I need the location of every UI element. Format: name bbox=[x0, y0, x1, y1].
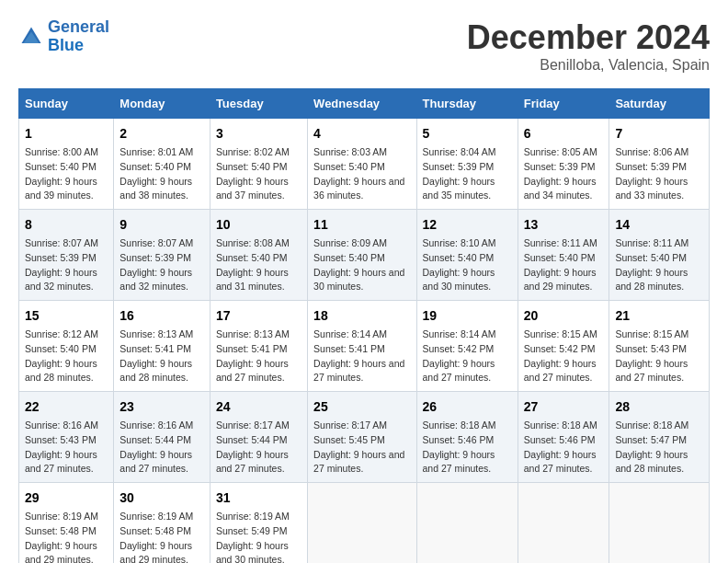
day-number: 8 bbox=[25, 215, 108, 235]
daylight-text: Daylight: 9 hours and 27 minutes. bbox=[313, 448, 410, 477]
calendar-title: December 2024 bbox=[467, 18, 710, 57]
calendar-cell: 11 Sunrise: 8:09 AM Sunset: 5:40 PM Dayl… bbox=[308, 210, 416, 301]
daylight-text: Daylight: 9 hours and 38 minutes. bbox=[119, 175, 204, 204]
sunset-text: Sunset: 5:41 PM bbox=[119, 342, 204, 357]
calendar-cell bbox=[416, 483, 518, 564]
daylight-text: Daylight: 9 hours and 27 minutes. bbox=[423, 357, 512, 386]
calendar-cell: 8 Sunrise: 8:07 AM Sunset: 5:39 PM Dayli… bbox=[19, 210, 114, 301]
day-number: 10 bbox=[216, 215, 301, 235]
daylight-text: Daylight: 9 hours and 29 minutes. bbox=[524, 266, 604, 295]
sunset-text: Sunset: 5:43 PM bbox=[25, 433, 108, 448]
sunrise-text: Sunrise: 8:18 AM bbox=[615, 419, 703, 433]
daylight-text: Daylight: 9 hours and 28 minutes. bbox=[25, 357, 108, 386]
daylight-text: Daylight: 9 hours and 32 minutes. bbox=[25, 266, 108, 295]
day-number: 22 bbox=[25, 397, 108, 417]
daylight-text: Daylight: 9 hours and 31 minutes. bbox=[216, 266, 301, 295]
daylight-text: Daylight: 9 hours and 27 minutes. bbox=[313, 357, 410, 386]
day-number: 15 bbox=[25, 306, 108, 326]
logo-text: General Blue bbox=[48, 18, 109, 55]
daylight-text: Daylight: 9 hours and 28 minutes. bbox=[615, 266, 703, 295]
sunset-text: Sunset: 5:40 PM bbox=[119, 160, 204, 175]
sunset-text: Sunset: 5:46 PM bbox=[423, 433, 512, 448]
daylight-text: Daylight: 9 hours and 27 minutes. bbox=[524, 357, 604, 386]
calendar-cell: 17 Sunrise: 8:13 AM Sunset: 5:41 PM Dayl… bbox=[210, 301, 307, 392]
calendar-body: 1 Sunrise: 8:00 AM Sunset: 5:40 PM Dayli… bbox=[19, 119, 710, 564]
day-number: 14 bbox=[615, 215, 703, 235]
sunset-text: Sunset: 5:39 PM bbox=[25, 251, 108, 266]
daylight-text: Daylight: 9 hours and 27 minutes. bbox=[119, 448, 204, 477]
daylight-text: Daylight: 9 hours and 27 minutes. bbox=[25, 448, 108, 477]
sunset-text: Sunset: 5:39 PM bbox=[615, 160, 703, 175]
sunrise-text: Sunrise: 8:13 AM bbox=[119, 327, 204, 342]
calendar-cell: 26 Sunrise: 8:18 AM Sunset: 5:46 PM Dayl… bbox=[416, 392, 518, 483]
daylight-text: Daylight: 9 hours and 30 minutes. bbox=[313, 266, 410, 295]
day-number: 23 bbox=[119, 397, 204, 417]
day-number: 9 bbox=[119, 215, 204, 235]
sunrise-text: Sunrise: 8:16 AM bbox=[25, 419, 108, 433]
sunset-text: Sunset: 5:44 PM bbox=[216, 433, 301, 448]
daylight-text: Daylight: 9 hours and 39 minutes. bbox=[25, 175, 108, 204]
sunset-text: Sunset: 5:40 PM bbox=[423, 251, 512, 266]
day-number: 2 bbox=[119, 124, 204, 144]
day-number: 28 bbox=[615, 397, 703, 417]
calendar-cell: 6 Sunrise: 8:05 AM Sunset: 5:39 PM Dayli… bbox=[518, 119, 609, 210]
sunrise-text: Sunrise: 8:16 AM bbox=[119, 419, 204, 433]
sunset-text: Sunset: 5:45 PM bbox=[313, 433, 410, 448]
day-number: 19 bbox=[423, 306, 512, 326]
sunset-text: Sunset: 5:40 PM bbox=[313, 160, 410, 175]
logo: General Blue bbox=[18, 18, 109, 55]
day-number: 13 bbox=[524, 215, 604, 235]
day-number: 29 bbox=[25, 488, 108, 508]
calendar-cell: 18 Sunrise: 8:14 AM Sunset: 5:41 PM Dayl… bbox=[308, 301, 416, 392]
sunset-text: Sunset: 5:40 PM bbox=[216, 251, 301, 266]
sunrise-text: Sunrise: 8:05 AM bbox=[524, 145, 604, 160]
calendar-cell: 28 Sunrise: 8:18 AM Sunset: 5:47 PM Dayl… bbox=[609, 392, 710, 483]
calendar-table: SundayMondayTuesdayWednesdayThursdayFrid… bbox=[18, 88, 710, 563]
sunset-text: Sunset: 5:40 PM bbox=[25, 160, 108, 175]
calendar-cell: 1 Sunrise: 8:00 AM Sunset: 5:40 PM Dayli… bbox=[19, 119, 114, 210]
daylight-text: Daylight: 9 hours and 27 minutes. bbox=[615, 357, 703, 386]
calendar-cell: 5 Sunrise: 8:04 AM Sunset: 5:39 PM Dayli… bbox=[416, 119, 518, 210]
calendar-cell: 20 Sunrise: 8:15 AM Sunset: 5:42 PM Dayl… bbox=[518, 301, 609, 392]
day-number: 1 bbox=[25, 124, 108, 144]
daylight-text: Daylight: 9 hours and 27 minutes. bbox=[423, 448, 512, 477]
calendar-cell bbox=[518, 483, 609, 564]
day-number: 21 bbox=[615, 306, 703, 326]
calendar-subtitle: Benilloba, Valencia, Spain bbox=[467, 57, 710, 74]
sunrise-text: Sunrise: 8:14 AM bbox=[423, 327, 512, 342]
sunrise-text: Sunrise: 8:03 AM bbox=[313, 145, 410, 160]
day-number: 25 bbox=[313, 397, 410, 417]
daylight-text: Daylight: 9 hours and 36 minutes. bbox=[313, 175, 410, 204]
sunset-text: Sunset: 5:39 PM bbox=[423, 160, 512, 175]
header-cell-tuesday: Tuesday bbox=[210, 89, 307, 119]
calendar-cell: 10 Sunrise: 8:08 AM Sunset: 5:40 PM Dayl… bbox=[210, 210, 307, 301]
header-row: SundayMondayTuesdayWednesdayThursdayFrid… bbox=[19, 89, 710, 119]
day-number: 20 bbox=[524, 306, 604, 326]
sunrise-text: Sunrise: 8:14 AM bbox=[313, 327, 410, 342]
calendar-cell: 14 Sunrise: 8:11 AM Sunset: 5:40 PM Dayl… bbox=[609, 210, 710, 301]
sunset-text: Sunset: 5:41 PM bbox=[313, 342, 410, 357]
calendar-week-row: 29 Sunrise: 8:19 AM Sunset: 5:48 PM Dayl… bbox=[19, 483, 710, 564]
sunrise-text: Sunrise: 8:10 AM bbox=[423, 236, 512, 251]
daylight-text: Daylight: 9 hours and 33 minutes. bbox=[615, 175, 703, 204]
calendar-cell: 27 Sunrise: 8:18 AM Sunset: 5:46 PM Dayl… bbox=[518, 392, 609, 483]
daylight-text: Daylight: 9 hours and 27 minutes. bbox=[216, 448, 301, 477]
sunrise-text: Sunrise: 8:09 AM bbox=[313, 236, 410, 251]
day-number: 11 bbox=[313, 215, 410, 235]
sunrise-text: Sunrise: 8:04 AM bbox=[423, 145, 512, 160]
calendar-cell: 25 Sunrise: 8:17 AM Sunset: 5:45 PM Dayl… bbox=[308, 392, 416, 483]
sunrise-text: Sunrise: 8:01 AM bbox=[119, 145, 204, 160]
sunrise-text: Sunrise: 8:02 AM bbox=[216, 145, 301, 160]
sunrise-text: Sunrise: 8:17 AM bbox=[216, 419, 301, 433]
sunset-text: Sunset: 5:42 PM bbox=[524, 342, 604, 357]
sunset-text: Sunset: 5:44 PM bbox=[119, 433, 204, 448]
calendar-cell: 19 Sunrise: 8:14 AM Sunset: 5:42 PM Dayl… bbox=[416, 301, 518, 392]
calendar-cell: 4 Sunrise: 8:03 AM Sunset: 5:40 PM Dayli… bbox=[308, 119, 416, 210]
sunrise-text: Sunrise: 8:15 AM bbox=[615, 327, 703, 342]
title-section: December 2024 Benilloba, Valencia, Spain bbox=[467, 18, 710, 74]
sunrise-text: Sunrise: 8:19 AM bbox=[216, 510, 301, 524]
calendar-cell bbox=[609, 483, 710, 564]
day-number: 5 bbox=[423, 124, 512, 144]
sunrise-text: Sunrise: 8:19 AM bbox=[119, 510, 204, 524]
sunset-text: Sunset: 5:46 PM bbox=[524, 433, 604, 448]
